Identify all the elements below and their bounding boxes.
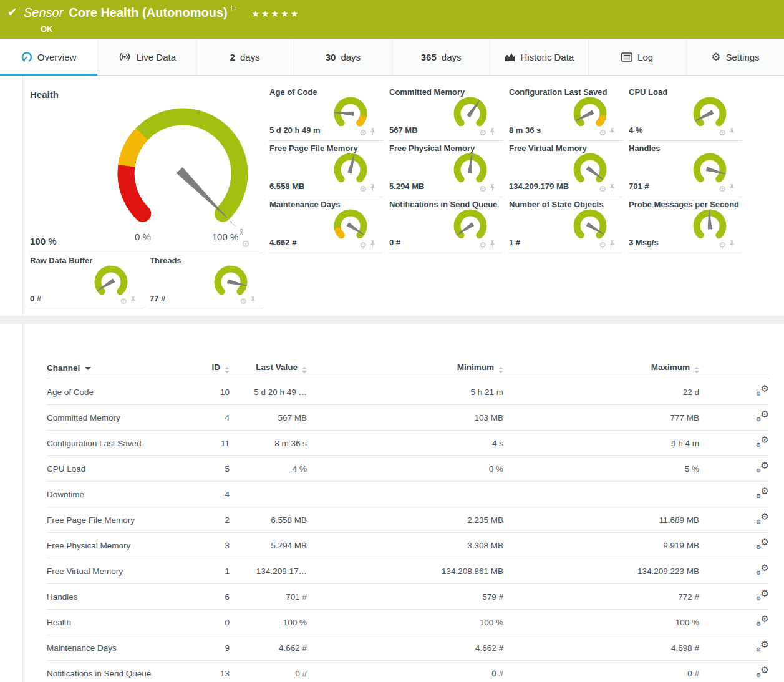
gauge-settings-gear-icon[interactable]: ⚙ [479,129,486,137]
gauge-settings-gear-icon[interactable]: ⚙ [719,129,726,137]
sensor-header: ✔ Sensor Core Health (Autonomous) ⚐ ★★★★… [0,0,784,39]
tab-2-days[interactable]: 2days [196,39,294,75]
column-header-maximum[interactable]: Maximum [503,356,699,379]
minimum-cell: 103 MB [307,405,503,431]
gauge-settings-gear-icon[interactable]: ⚙ [359,241,367,249]
channel-settings-gears-icon[interactable]: ⚙⚙ [755,386,769,396]
sensor-title-block: Sensor Core Health (Autonomous) ⚐ ★★★★★ … [24,4,300,34]
pin-icon[interactable] [729,127,735,138]
tab-label: days [341,52,361,62]
channel-cell[interactable]: Maintenance Days [47,635,188,661]
channel-cell[interactable]: Notifications in Send Queue [47,661,188,682]
channel-settings-gears-icon[interactable]: ⚙⚙ [755,616,769,626]
tab-label: Historic Data [520,52,574,62]
channel-settings-gears-icon[interactable]: ⚙⚙ [755,539,769,550]
channel-cell[interactable]: Downtime [47,482,188,507]
pin-icon[interactable] [490,183,495,194]
gauge-panel-icons: ⚙ [359,239,375,250]
health-gauge: x̄0 %100 % [29,94,265,246]
last-value-cell: 567 MB [230,405,307,431]
gauge-settings-gear-icon[interactable]: ⚙ [240,297,247,305]
gauge-settings-gear-icon[interactable]: ⚙ [719,185,726,193]
channel-settings-gears-icon[interactable]: ⚙⚙ [755,667,769,678]
gauge-settings-gear-icon[interactable]: ⚙ [359,129,367,137]
gauge-settings-gear-icon[interactable]: ⚙ [242,239,250,248]
live-data-icon [118,52,132,62]
gauge-settings-gear-icon[interactable]: ⚙ [359,185,367,193]
tab-30-days[interactable]: 30days [294,39,392,75]
gauge-settings-gear-icon[interactable]: ⚙ [599,241,606,249]
priority-stars[interactable]: ★★★★★ [252,6,301,22]
gauge-settings-gear-icon[interactable]: ⚙ [599,129,606,137]
pin-icon[interactable] [729,183,735,194]
pin-icon[interactable] [370,239,375,250]
channel-settings-gears-icon[interactable]: ⚙⚙ [755,437,769,447]
channel-cell[interactable]: Free Page File Memory [47,507,188,533]
column-header-channel[interactable]: Channel [47,356,188,379]
pin-icon[interactable] [250,295,256,306]
tab-historic-data[interactable]: Historic Data [490,39,588,75]
gauge-title: Handles [629,144,661,153]
tab-label: Overview [37,52,77,62]
last-value-cell: 0 # [230,661,307,682]
mean-marker: x̄ [240,227,244,236]
channel-settings-gears-icon[interactable]: ⚙⚙ [755,462,769,473]
channel-settings-gears-icon[interactable]: ⚙⚙ [755,641,769,652]
pin-icon[interactable] [370,183,375,194]
gauge-value: 134.209.179 MB [509,182,569,191]
sensor-title: Core Health (Autonomous) [69,4,227,21]
gauge-settings-gear-icon[interactable]: ⚙ [479,241,486,249]
channel-settings-gears-icon[interactable]: ⚙⚙ [755,488,769,499]
pin-icon[interactable] [490,239,495,250]
row-actions-cell: ⚙⚙ [699,635,769,661]
id-cell: 9 [188,635,230,661]
minimum-cell: 0 % [307,456,503,482]
table-row: Configuration Last Saved118 m 36 s4 s9 h… [47,431,769,456]
gauge-settings-gear-icon[interactable]: ⚙ [719,241,726,249]
channel-cell[interactable]: Health [47,610,188,635]
pin-icon[interactable] [609,239,615,250]
maximum-cell: 9 h 4 m [503,431,699,456]
column-header-last-value[interactable]: Last Value [230,356,307,379]
gauge-settings-gear-icon[interactable]: ⚙ [120,297,127,305]
health-panel-icons: ⚙ [242,239,253,248]
tab-log[interactable]: Log [589,39,687,75]
health-gauge-panel: Health x̄0 %100 % 100 % ⚙ [29,85,263,253]
tab-365-days[interactable]: 365days [392,39,490,75]
channel-cell[interactable]: Free Physical Memory [47,533,188,558]
tab-overview[interactable]: Overview [0,39,98,75]
pin-icon[interactable] [130,295,136,306]
tab-settings[interactable]: ⚙Settings [687,39,784,75]
minimum-cell: 5 h 21 m [307,379,503,405]
channel-settings-gears-icon[interactable]: ⚙⚙ [755,565,769,575]
column-label: Minimum [457,363,494,372]
channel-cell[interactable]: Age of Code [47,379,188,405]
pin-icon[interactable] [609,183,615,194]
pin-icon[interactable] [370,127,375,138]
column-header-id[interactable]: ID [188,356,230,379]
tab-live-data[interactable]: Live Data [98,39,196,75]
pin-icon[interactable] [609,127,615,138]
minimum-cell: 4 s [307,431,503,456]
id-cell: 0 [188,610,230,635]
gauge-settings-gear-icon[interactable]: ⚙ [599,185,606,193]
channel-cell[interactable]: Configuration Last Saved [47,431,188,456]
pin-icon[interactable] [490,127,495,138]
column-header-minimum[interactable]: Minimum [307,356,503,379]
pin-icon[interactable] [729,239,735,250]
channel-cell[interactable]: CPU Load [47,456,188,482]
gauge-value: 567 MB [389,125,418,135]
channel-settings-gears-icon[interactable]: ⚙⚙ [755,590,769,601]
channel-cell[interactable]: Handles [47,584,188,610]
channel-settings-gears-icon[interactable]: ⚙⚙ [755,514,769,524]
table-header-row: ChannelIDLast ValueMinimumMaximum [47,356,769,379]
channel-cell[interactable]: Free Virtual Memory [47,558,188,584]
flag-icon[interactable]: ⚐ [230,4,237,14]
table-row: Maintenance Days94.662 #4.662 #4.698 #⚙⚙ [47,635,769,661]
channel-cell[interactable]: Committed Memory [47,405,188,431]
channel-settings-gears-icon[interactable]: ⚙⚙ [755,411,769,422]
gauge-settings-gear-icon[interactable]: ⚙ [479,185,486,193]
gauge-panel-icons: ⚙ [719,127,735,138]
table-row: Notifications in Send Queue130 #0 #0 #⚙⚙ [47,661,769,682]
gauge-value: 4.662 # [269,238,296,247]
